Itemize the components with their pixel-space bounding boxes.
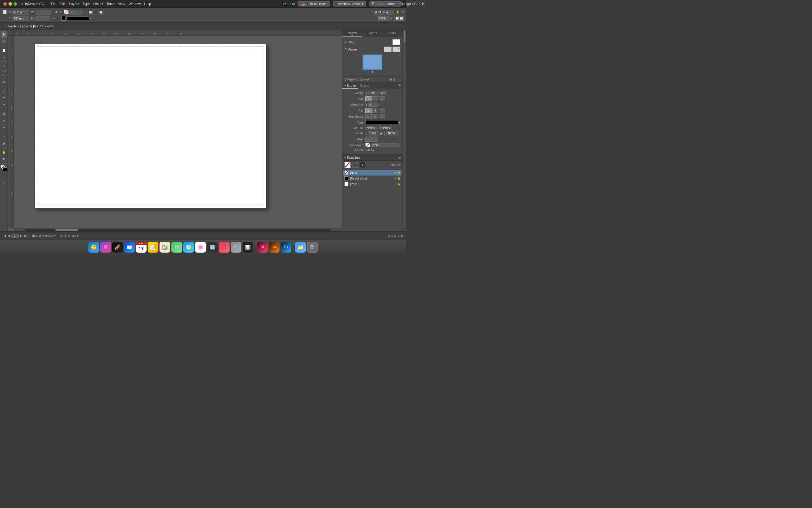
tab-colour[interactable]: Colour [358, 83, 372, 89]
print-preview-btn[interactable]: 🖨 [398, 234, 400, 237]
master-thumb-left[interactable] [384, 47, 392, 52]
menu-view[interactable]: View [118, 2, 125, 6]
document-page[interactable] [35, 44, 266, 208]
dock-calculator-icon[interactable]: 🔢 [207, 242, 218, 253]
pen-tool[interactable]: ✒ [1, 94, 7, 101]
menu-table[interactable]: Table [107, 2, 115, 6]
prev-page-btn[interactable]: ◀ [7, 234, 10, 237]
swatches-panel-menu[interactable]: ☰ [397, 155, 403, 160]
arrange-pages-btn[interactable]: ⊡ [394, 234, 396, 237]
dock-system-prefs-icon[interactable]: ⚙️ [231, 242, 241, 253]
end-dropdown[interactable]: None ▾ [380, 126, 392, 130]
tab-stroke[interactable]: ▾ Stroke [342, 83, 358, 89]
zoom-tool[interactable]: 🔍 [1, 156, 7, 163]
mitre-input[interactable] [368, 102, 378, 107]
fill-stroke-indicator[interactable] [1, 165, 7, 171]
square-cap-btn[interactable]: □ [379, 96, 385, 101]
dock-mail-icon[interactable]: ✉️ [124, 242, 135, 253]
menu-help[interactable]: Help [144, 2, 151, 6]
menu-type[interactable]: Type [82, 2, 90, 6]
v-scrollbar-thumb[interactable] [404, 31, 405, 42]
grid-view-btn[interactable]: ⊞ [388, 234, 390, 237]
swatch-none-row[interactable]: [None] ■ 🔒 [343, 170, 402, 175]
align-center-stroke-btn[interactable]: ⊟ [365, 114, 372, 119]
apply-color-tool[interactable]: ╱ [1, 179, 7, 186]
gap-tool[interactable]: ↔ [1, 54, 7, 61]
gap-colour-arrow[interactable]: ▾ [399, 144, 400, 147]
swatch-paper-row[interactable]: [Paper] □ 🔒 [343, 181, 402, 187]
fill-color-swatch[interactable] [61, 16, 66, 20]
page-1-thumb[interactable] [363, 54, 382, 70]
page-tool[interactable]: 📄 [1, 47, 7, 54]
none-swatch-preview[interactable] [344, 162, 351, 168]
mitre-down[interactable]: ▼ [365, 105, 367, 107]
direct-selection-tool[interactable] [1, 38, 7, 45]
zoom-dropdown[interactable]: ▸ [391, 17, 393, 20]
gap-colour-value[interactable]: [None] [370, 143, 398, 147]
w-input[interactable] [36, 10, 51, 15]
link-scale-icon[interactable]: 🔗 [380, 132, 383, 135]
dock-indesign-icon[interactable]: Id [257, 242, 268, 253]
round-join-btn[interactable]: ◔ [372, 108, 378, 113]
rectangle-frame-tool[interactable]: ⊠ [1, 110, 7, 117]
content-collector[interactable]: ⬡ [1, 62, 7, 70]
gap-tint-arrow[interactable]: ▸ [373, 149, 375, 152]
first-page-btn[interactable]: |◀ [2, 234, 6, 237]
dock-activity-monitor-icon[interactable]: 📊 [243, 242, 253, 253]
y-input[interactable] [12, 16, 29, 21]
close-button[interactable] [3, 2, 7, 6]
align-center-btn[interactable]: ⬛ [93, 10, 98, 14]
master-thumb-right[interactable]: A [393, 47, 400, 52]
next-page-btn[interactable]: ▶ [19, 234, 23, 237]
stroke-panel-menu[interactable]: ☰ [397, 83, 403, 89]
align-right-btn[interactable]: ⬜ [98, 10, 103, 14]
weight-up-btn[interactable]: ▲ [365, 91, 367, 93]
tab-pages[interactable]: Pages [342, 30, 362, 37]
start-dropdown[interactable]: None ▾ [365, 126, 377, 130]
menu-file[interactable]: File [51, 2, 56, 6]
table-tool[interactable]: ⊞ [1, 79, 7, 85]
scale1-input[interactable] [368, 131, 379, 135]
delete-spread-btn[interactable]: 🗑 [393, 78, 396, 81]
type-tool[interactable]: T [1, 72, 7, 78]
paper-swatch-preview[interactable]: □ [352, 162, 358, 168]
panel-menu-icon[interactable]: ☰ [402, 11, 404, 14]
swatches-title-btn[interactable]: ▾ Swatches [342, 155, 363, 160]
rotate-ccw-btn[interactable]: ↺ [54, 10, 58, 14]
weight-down-btn[interactable]: ▼ [365, 93, 367, 95]
stroke-dropdown-arrow[interactable]: ▾ [82, 11, 84, 14]
canvas-area[interactable]: -80 -40 0 40 80 120 160 200 240 280 320 … [8, 30, 342, 231]
gap-colour-swatch[interactable] [365, 143, 370, 147]
dock-notes-icon[interactable]: 📝 [148, 242, 158, 253]
stroke-color-swatch[interactable] [64, 10, 69, 14]
spread-view-btn[interactable]: ⊟ [391, 234, 393, 237]
menu-layout[interactable]: Layout [69, 2, 79, 6]
scale2-up[interactable]: ▲ [384, 131, 386, 133]
minimize-button[interactable] [8, 2, 12, 6]
align-inside-stroke-btn[interactable]: ⊞ [372, 114, 378, 119]
h-scrollbar[interactable] [13, 228, 342, 231]
h-input[interactable] [35, 16, 50, 21]
tab-close-button[interactable]: × [4, 25, 6, 28]
flip-h-btn[interactable]: ↔ [52, 16, 56, 20]
butt-cap-btn[interactable]: | [365, 96, 372, 101]
v-scrollbar[interactable] [403, 30, 406, 231]
miter-join-btn[interactable]: ◣ [365, 108, 372, 113]
new-master-btn[interactable]: ⊕ [389, 78, 392, 81]
swatch-registration-row[interactable]: [Registration] ⊕ 🔒 [343, 175, 402, 181]
dock-siri-icon[interactable]: 🎙 [100, 242, 111, 253]
align-left-arrow-btn[interactable]: ←| [365, 137, 372, 142]
pencil-tool[interactable]: ✏ [1, 101, 7, 108]
mitre-up[interactable]: ▲ [365, 103, 367, 105]
scale1-down[interactable]: ▼ [365, 133, 367, 135]
presentation-mode-btn[interactable]: ▶ [402, 234, 404, 237]
layout-dropdown[interactable]: ▾ [54, 234, 55, 237]
round-cap-btn[interactable]: ◯ [372, 96, 378, 101]
stroke-color-display[interactable] [66, 16, 89, 20]
dock-folder-icon[interactable]: 📁 [295, 242, 306, 253]
registration-swatch-preview[interactable]: T [359, 162, 365, 168]
current-page-input[interactable] [11, 234, 19, 238]
scale2-down[interactable]: ▼ [384, 133, 386, 135]
line-tool[interactable]: ╱ [1, 87, 7, 94]
text-align-left-btn[interactable]: ⬜ [395, 17, 399, 20]
